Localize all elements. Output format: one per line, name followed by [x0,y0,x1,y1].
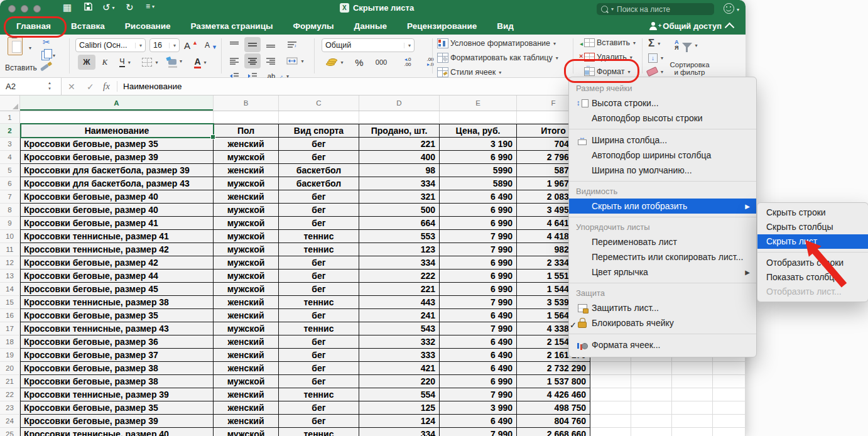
data-cell[interactable]: 6 490 [440,349,517,362]
data-cell[interactable]: Кроссовки теннисные, размер 38 [20,296,214,309]
paste-caret-icon[interactable]: ▾ [29,45,31,51]
data-cell[interactable]: 6 490 [440,335,517,349]
tab-review[interactable]: Рецензирование [397,18,487,35]
data-cell[interactable]: 241 [359,309,440,322]
col-header-B[interactable]: B [214,95,279,111]
data-cell[interactable]: женский [214,388,279,401]
row-header-6[interactable]: 6 [0,177,20,190]
data-cell[interactable]: женский [214,309,279,322]
data-cell[interactable]: бег [279,349,359,362]
data-cell[interactable]: Кроссовки беговые, размер 35 [20,309,214,322]
data-cell[interactable]: 220 [359,375,440,388]
data-cell[interactable]: Кроссовки беговые, размер 38 [20,362,214,375]
font-color-button[interactable]: А▾ [188,55,212,70]
bold-button[interactable]: Ж [78,55,95,70]
data-cell[interactable]: Кроссовки для баскетбола, размер 39 [20,164,214,177]
data-cell[interactable]: баскетбол [279,164,359,177]
row-header-16[interactable]: 16 [0,309,20,322]
data-cell[interactable] [631,375,672,388]
data-cell[interactable]: Кроссовки беговые, размер 35 [20,401,214,415]
header-cell[interactable]: Пол [214,124,279,138]
data-cell[interactable]: бег [279,256,359,270]
data-cell[interactable]: 664 [359,217,440,230]
format-as-table-button[interactable]: Форматировать как таблицу▾ [437,53,558,63]
data-cell[interactable]: теннис [279,428,359,436]
data-cell[interactable]: 3 990 [440,401,517,415]
data-cell[interactable] [713,362,746,375]
row-header-10[interactable]: 10 [0,230,20,243]
data-cell[interactable]: 498 750 [517,401,590,415]
borders-button[interactable]: ▾ [139,55,161,70]
data-cell[interactable]: женский [214,349,279,362]
data-cell[interactable]: Кроссовки беговые, размер 38 [20,375,214,388]
menu-item-lock-cell[interactable]: ✓Блокировать ячейку [569,315,756,330]
data-cell[interactable]: 333 [359,349,440,362]
row-header-13[interactable]: 13 [0,270,20,283]
data-cell[interactable]: теннис [279,296,359,309]
cell[interactable] [214,111,279,124]
data-cell[interactable]: 98 [359,164,440,177]
data-cell[interactable]: Кроссовки беговые, размер 36 [20,335,214,349]
submenu-item-hide-columns[interactable]: Скрыть столбцы [757,220,868,234]
data-cell[interactable]: мужской [214,204,279,217]
menu-item-default-width[interactable]: Ширина по умолчанию... [569,163,756,178]
data-cell[interactable] [713,401,746,415]
zoom-icon[interactable] [33,5,41,13]
data-cell[interactable]: бег [279,217,359,230]
data-cell[interactable]: 222 [359,270,440,283]
row-header-12[interactable]: 12 [0,256,20,270]
data-cell[interactable]: мужской [214,217,279,230]
cell-styles-button[interactable]: Стили ячеек▾ [437,67,501,77]
data-cell[interactable]: 443 [359,296,440,309]
data-cell[interactable]: 6 490 [440,362,517,375]
data-cell[interactable]: 6 990 [440,270,517,283]
data-cell[interactable]: мужской [214,230,279,243]
align-left-button[interactable] [226,53,242,68]
data-cell[interactable]: теннис [279,388,359,401]
data-cell[interactable]: 321 [359,190,440,204]
data-cell[interactable]: Кроссовки беговые, размер 41 [20,217,214,230]
data-cell[interactable]: Кроссовки беговые, размер 45 [20,283,214,296]
menu-item-hide-or-unhide[interactable]: Скрыть или отобразить▶ [569,199,756,214]
data-cell[interactable]: мужской [214,177,279,190]
undo-icon[interactable]: ↺▾ [102,2,115,13]
cell[interactable] [20,111,214,124]
row-header-23[interactable]: 23 [0,401,20,415]
data-cell[interactable]: 553 [359,230,440,243]
row-header-1[interactable]: 1 [0,111,20,124]
data-cell[interactable] [590,401,631,415]
data-cell[interactable]: 500 [359,204,440,217]
data-cell[interactable] [713,415,746,428]
data-cell[interactable]: Кроссовки для баскетбола, размер 43 [20,177,214,190]
data-cell[interactable]: мужской [214,256,279,270]
data-cell[interactable]: 6 990 [440,375,517,388]
data-cell[interactable]: бег [279,362,359,375]
data-cell[interactable]: теннис [279,243,359,256]
more-commands-icon[interactable]: ≡▾ [146,2,155,11]
currency-format-button[interactable]: ▾ [322,55,348,70]
data-cell[interactable]: Кроссовки теннисные, размер 41 [20,230,214,243]
cut-button[interactable]: ✂ [43,37,50,47]
row-header-3[interactable]: 3 [0,138,20,151]
share-button[interactable]: + Общий доступ [649,18,733,35]
data-cell[interactable]: 1 537 800 [517,375,590,388]
data-cell[interactable]: Кроссовки беговые, размер 39 [20,151,214,164]
data-cell[interactable]: 3 190 [440,138,517,151]
row-header-4[interactable]: 4 [0,151,20,164]
header-cell[interactable]: Цена, руб. [440,124,517,138]
data-cell[interactable]: Кроссовки беговые, размер 42 [20,256,214,270]
data-cell[interactable] [590,362,631,375]
tab-draw[interactable]: Рисование [115,18,181,35]
data-cell[interactable]: бег [279,204,359,217]
tab-data[interactable]: Данные [344,18,397,35]
smiley-feedback-icon[interactable] [724,3,734,14]
cancel-icon[interactable]: ✕ [68,78,75,95]
data-cell[interactable]: 421 [359,362,440,375]
data-cell[interactable]: Кроссовки беговые, размер 35 [20,138,214,151]
row-header-7[interactable]: 7 [0,190,20,204]
data-cell[interactable]: 6 490 [440,309,517,322]
data-cell[interactable]: 332 [359,335,440,349]
enter-icon[interactable]: ✓ [87,78,94,95]
data-cell[interactable] [590,375,631,388]
row-header-2[interactable]: 2 [0,124,20,138]
